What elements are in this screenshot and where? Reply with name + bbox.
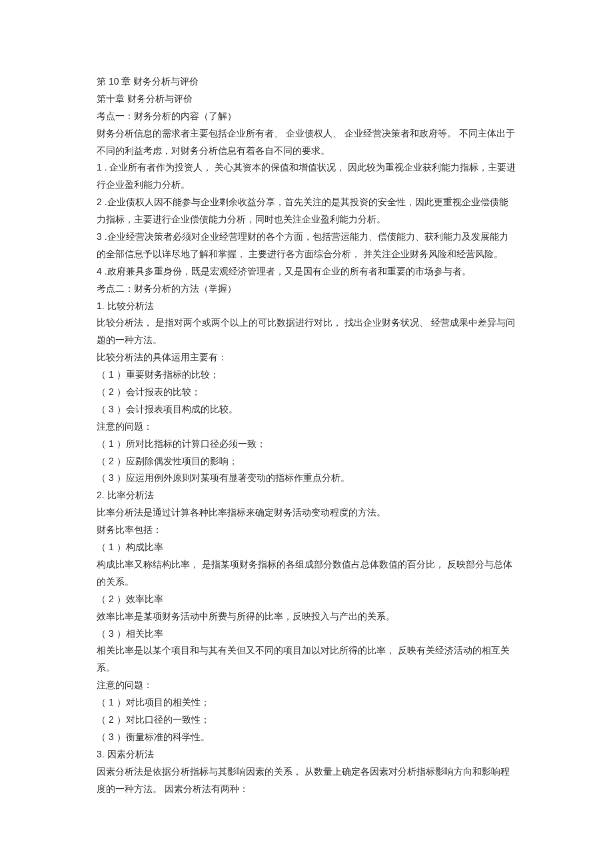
- text-line: 考点一：财务分析的内容（了解）: [97, 108, 516, 125]
- text-line: 4 .政府兼具多重身份，既是宏观经济管理者，又是国有企业的所有者和重要的市场参与…: [97, 263, 516, 280]
- text-line: （ 2 ）效率比率: [97, 591, 516, 608]
- text-line: 第十章 财务分析与评价: [97, 91, 516, 108]
- text-line: （ 1 ）构成比率: [97, 539, 516, 556]
- text-line: （ 3 ）会计报表项目构成的比较。: [97, 401, 516, 418]
- document-body: 第 10 章 财务分析与评价 第十章 财务分析与评价 考点一：财务分析的内容（了…: [97, 73, 516, 797]
- text-line: 考点二：财务分析的方法（掌握）: [97, 280, 516, 298]
- text-line: （ 3 ）衡量标准的科学性。: [97, 729, 516, 746]
- text-line: 相关比率是以某个项目和与其有关但又不同的项目加以对比所得的比率， 反映有关经济活…: [97, 642, 516, 677]
- text-line: （ 2 ）对比口径的一致性；: [97, 711, 516, 729]
- text-line: 注意的问题：: [97, 677, 516, 694]
- text-line: 注意的问题：: [97, 418, 516, 436]
- text-line: （ 2 ）应剔除偶发性项目的影响；: [97, 453, 516, 470]
- text-line: 2 .企业债权人因不能参与企业剩余收益分享，首先关注的是其投资的安全性，因此更重…: [97, 194, 516, 228]
- text-line: 比率分析法是通过计算各种比率指标来确定财务活动变动程度的方法。: [97, 504, 516, 522]
- text-line: 比较分析法， 是指对两个或两个以上的可比数据进行对比， 找出企业财务状况、 经营…: [97, 314, 516, 349]
- text-line: 比较分析法的具体运用主要有：: [97, 349, 516, 366]
- text-line: （ 3 ）应运用例外原则对某项有显著变动的指标作重点分析。: [97, 470, 516, 487]
- text-line: 1 . 企业所有者作为投资人， 关心其资本的保值和增值状况， 因此较为重视企业获…: [97, 159, 516, 194]
- text-line: 财务分析信息的需求者主要包括企业所有者、 企业债权人、 企业经营决策者和政府等。…: [97, 125, 516, 160]
- text-line: 3. 因素分析法: [97, 746, 516, 763]
- text-line: （ 3 ）相关比率: [97, 626, 516, 643]
- text-line: 因素分析法是依据分析指标与其影响因素的关系， 从数量上确定各因素对分析指标影响方…: [97, 763, 516, 798]
- text-line: （ 1 ）所对比指标的计算口径必须一致；: [97, 436, 516, 453]
- text-line: 效率比率是某项财务活动中所费与所得的比率，反映投入与产出的关系。: [97, 608, 516, 626]
- text-line: 1. 比较分析法: [97, 298, 516, 315]
- text-line: 第 10 章 财务分析与评价: [97, 73, 516, 91]
- text-line: （ 2 ）会计报表的比较；: [97, 384, 516, 401]
- text-line: 2. 比率分析法: [97, 487, 516, 504]
- text-line: 财务比率包括：: [97, 522, 516, 539]
- text-line: 构成比率又称结构比率， 是指某项财务指标的各组成部分数值占总体数值的百分比， 反…: [97, 556, 516, 591]
- text-line: （ 1 ）重要财务指标的比较；: [97, 366, 516, 384]
- text-line: 3 .企业经营决策者必须对企业经营理财的各个方面，包括营运能力、偿债能力、获利能…: [97, 228, 516, 263]
- text-line: （ 1 ）对比项目的相关性；: [97, 694, 516, 711]
